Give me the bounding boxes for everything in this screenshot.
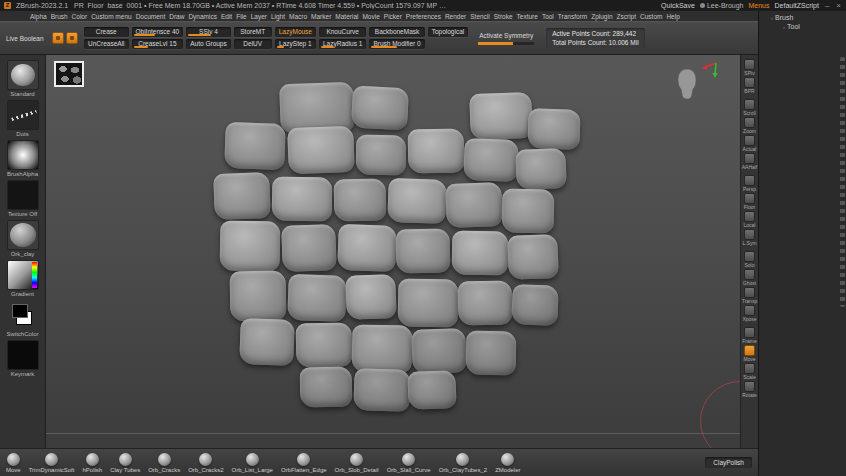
menu-zscript[interactable]: Zscript [617, 13, 637, 20]
frame-toggle-icon[interactable] [744, 327, 755, 338]
menu-tool[interactable]: Tool [542, 13, 554, 20]
rotate-toggle-icon[interactable] [744, 381, 755, 392]
menu-macro[interactable]: Macro [289, 13, 307, 20]
menu-help[interactable]: Help [666, 13, 679, 20]
menu-stencil[interactable]: Stencil [470, 13, 490, 20]
tray-brush-zmodeler[interactable]: ZModeler [495, 453, 520, 473]
button-lazymouse[interactable]: LazyMouse [275, 27, 316, 37]
axis-gizmo-icon[interactable] [700, 57, 722, 79]
transp-toggle-icon[interactable] [744, 287, 755, 298]
bpr-toggle-icon[interactable] [744, 77, 755, 88]
menu-edit[interactable]: Edit [221, 13, 232, 20]
tray-brush-hpolish[interactable]: hPolish [82, 453, 102, 473]
palette-brush[interactable]: ‹Brush [759, 13, 846, 22]
document-canvas[interactable] [46, 55, 740, 448]
menu-movie[interactable]: Movie [362, 13, 379, 20]
floor-toggle-icon[interactable] [744, 193, 755, 204]
texture-preview-thumbnail[interactable] [54, 61, 84, 87]
menu-stroke[interactable]: Stroke [494, 13, 513, 20]
slider-creaselvl-15[interactable]: CreaseLvl 15 [132, 39, 184, 49]
default-zscript-button[interactable]: DefaultZScript [775, 2, 819, 9]
tray-brush-orb-slall-curve[interactable]: Orb_Slall_Curve [387, 453, 431, 473]
tray-brush-clay-tubes[interactable]: Clay Tubes [110, 453, 140, 473]
button-storemt[interactable]: StoreMT [234, 27, 272, 37]
menu-marker[interactable]: Marker [311, 13, 331, 20]
draw-pointer-icon[interactable] [52, 32, 64, 44]
move-toggle-icon[interactable] [744, 345, 755, 356]
user-chip[interactable]: Lee-Brough [700, 2, 744, 9]
spiv-toggle-icon[interactable] [744, 59, 755, 70]
menu-layer[interactable]: Layer [251, 13, 267, 20]
slider-objintensce-40[interactable]: ObjIntensce 40 [132, 27, 184, 37]
menu-draw[interactable]: Draw [169, 13, 184, 20]
tray-brush-orb-cracks[interactable]: Orb_Cracks [148, 453, 180, 473]
menu-custom[interactable]: Custom [640, 13, 662, 20]
picker-selector[interactable] [7, 260, 39, 290]
button-knoucurve[interactable]: KnouCurve [319, 27, 366, 37]
switch-selector[interactable] [6, 300, 38, 330]
edit-object-icon[interactable] [66, 32, 78, 44]
live-boolean-button[interactable]: Live Boolean [6, 35, 48, 42]
menu-file[interactable]: File [236, 13, 246, 20]
palette-tool[interactable]: ‹Tool [759, 22, 846, 31]
menu-custom-menu[interactable]: Custom menu [91, 13, 131, 20]
menu-alpha[interactable]: Alpha [30, 13, 47, 20]
menu-transform[interactable]: Transform [558, 13, 587, 20]
menu-brush[interactable]: Brush [51, 13, 68, 20]
ghost-toggle-icon[interactable] [744, 269, 755, 280]
slider-lazyradius-1[interactable]: LazyRadius 1 [319, 39, 366, 49]
menu-dynamics[interactable]: Dynamics [188, 13, 217, 20]
tray-brush-move[interactable]: Move [6, 453, 21, 473]
menu-document[interactable]: Document [136, 13, 166, 20]
symmetry-slider[interactable] [478, 42, 534, 45]
tool-preview-head[interactable] [674, 67, 700, 101]
actual-toggle-icon[interactable] [744, 135, 755, 146]
button-deluv[interactable]: DelUV [234, 39, 272, 49]
window-close-button[interactable]: × [835, 2, 842, 10]
menu-color[interactable]: Color [72, 13, 88, 20]
menu-render[interactable]: Render [445, 13, 466, 20]
button-uncreaseall[interactable]: UnCreaseAll [84, 39, 129, 49]
button-backbonemask[interactable]: BackboneMask [369, 27, 424, 37]
tray-brush-orbflatten-edge[interactable]: OrbFlatten_Edge [281, 453, 327, 473]
xpose-toggle-icon[interactable] [744, 305, 755, 316]
tray-brush-orb-cracks2[interactable]: Orb_Cracks2 [188, 453, 223, 473]
brush-selector[interactable] [7, 60, 39, 90]
right-tray-divider[interactable] [840, 57, 845, 307]
tray-brush-trimdynamicsoft[interactable]: TrimDynamicSoft [29, 453, 75, 473]
slider-lazystep-1[interactable]: LazyStep 1 [275, 39, 316, 49]
stroke-selector[interactable] [7, 100, 39, 130]
quicksave-button[interactable]: QuickSave [661, 2, 695, 9]
zoom-toggle-icon[interactable] [744, 117, 755, 128]
material-selector[interactable] [7, 220, 39, 250]
scale-toggle-icon[interactable] [744, 363, 755, 374]
menu-preferences[interactable]: Preferences [406, 13, 441, 20]
texture-selector[interactable] [7, 180, 39, 210]
solo-toggle-icon[interactable] [744, 251, 755, 262]
stone [224, 122, 286, 170]
slider-ssiv-4[interactable]: SSiv 4 [186, 27, 231, 37]
activate-symmetry-button[interactable]: Activate Symmetry [479, 32, 533, 39]
menu-texture[interactable]: Texture [517, 13, 538, 20]
button-auto-groups[interactable]: Auto Groups [186, 39, 231, 49]
button-topological[interactable]: Topological [428, 27, 469, 37]
menu-zplugin[interactable]: Zplugin [591, 13, 612, 20]
tray-brush-orb-slob-detail[interactable]: Orb_Slob_Detail [335, 453, 379, 473]
l-sym-toggle-icon[interactable] [744, 229, 755, 240]
swatch-selector[interactable] [7, 340, 39, 370]
aahalf-toggle-icon[interactable] [744, 153, 755, 164]
menu-light[interactable]: Light [271, 13, 285, 20]
alpha-selector[interactable] [7, 140, 39, 170]
tray-brush-orb-list-large[interactable]: Orb_List_Large [232, 453, 273, 473]
menus-toggle-button[interactable]: Menus [749, 2, 770, 9]
claypolish-button[interactable]: ClayPolish [705, 457, 752, 468]
button-crease[interactable]: Crease [84, 27, 129, 37]
local-toggle-icon[interactable] [744, 211, 755, 222]
menu-picker[interactable]: Picker [384, 13, 402, 20]
scroll-toggle-icon[interactable] [744, 99, 755, 110]
menu-material[interactable]: Material [335, 13, 358, 20]
persp-toggle-icon[interactable] [744, 175, 755, 186]
tray-brush-orb-claytubes-2[interactable]: Orb_ClayTubes_2 [439, 453, 487, 473]
window-minimize-button[interactable]: – [824, 2, 830, 10]
slider-brush-modifier-0[interactable]: Brush Modifier 0 [369, 39, 424, 49]
